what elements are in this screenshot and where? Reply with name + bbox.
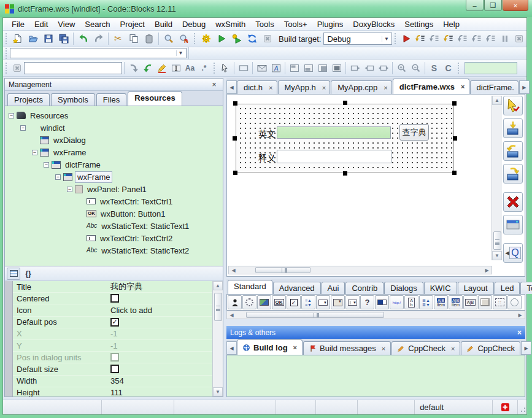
property-row-default-pos[interactable]: Default pos ✓ — [13, 317, 212, 328]
scope-select[interactable]: ▼ — [10, 48, 187, 58]
selection-handle[interactable] — [452, 171, 457, 175]
dotted-circle-icon[interactable] — [242, 295, 256, 309]
palette-tab-standard[interactable]: Standard — [228, 280, 272, 294]
palette-scrollbar[interactable]: ◀ ▶ — [226, 311, 525, 319]
dropdown-box-icon[interactable]: ▼ — [316, 295, 330, 309]
tree-item-statictext1[interactable]: Abc wxStaticText: StaticText1 — [5, 220, 223, 232]
tree-item-wxpanel[interactable]: − wxPanel: Panel1 — [5, 183, 223, 195]
cut-button[interactable]: ✂ — [110, 31, 126, 46]
tab-build-log[interactable]: Build log × — [237, 339, 303, 355]
tree-item-wxdialog[interactable]: wxDialog — [5, 134, 223, 146]
expand-left-icon[interactable] — [362, 61, 376, 75]
toolbar-grip[interactable] — [393, 33, 398, 44]
next-line-button[interactable] — [427, 31, 441, 46]
property-row-height[interactable]: Height 111 — [13, 387, 212, 397]
menu-wxsmith[interactable]: wxSmith — [210, 18, 250, 30]
search-prev-button[interactable] — [126, 61, 141, 75]
stop-debugger-button[interactable] — [512, 31, 526, 46]
insert-after-button[interactable] — [503, 164, 523, 184]
scroll-left-icon[interactable]: ◀ — [227, 312, 236, 318]
selection-handle[interactable] — [233, 136, 237, 141]
tabs-scroll-left-button[interactable]: ◀ — [226, 341, 237, 355]
centered-checkbox[interactable] — [110, 294, 119, 303]
match-case-button[interactable]: Aa — [183, 61, 197, 75]
tree-item-dictframe[interactable]: − dictFrame — [5, 158, 223, 171]
tab-projects[interactable]: Projects — [7, 93, 50, 106]
property-row-pos-dialog-units[interactable]: Pos in dialog units — [13, 352, 212, 363]
toolbar-grip[interactable] — [212, 63, 217, 74]
close-tab-icon[interactable]: × — [384, 84, 387, 91]
search-next-button[interactable] — [141, 61, 155, 75]
tab-build-messages[interactable]: Build messages × — [303, 341, 391, 355]
menu-settings[interactable]: Settings — [399, 18, 438, 30]
tab-cppcheck-2[interactable]: CppCheck — [461, 341, 520, 355]
dropdown-panel-icon[interactable]: ▼ — [331, 295, 345, 309]
tab-myapp-cpp[interactable]: MyApp.cpp × — [331, 80, 391, 94]
zoom-out-button[interactable] — [409, 61, 423, 75]
property-row-default-size[interactable]: Default size — [13, 363, 212, 375]
toolbar-grip[interactable] — [193, 33, 197, 44]
tabs-scroll-left-button[interactable]: ◀ — [226, 80, 237, 94]
selection-handle[interactable] — [453, 136, 457, 141]
tab-symbols[interactable]: Symbols — [51, 93, 95, 106]
selection-handle[interactable] — [233, 171, 237, 175]
selection-handle[interactable] — [233, 101, 237, 106]
next-instruction-button[interactable] — [469, 31, 484, 46]
menu-doxyblocks[interactable]: DoxyBlocks — [348, 18, 399, 30]
step-into-instruction-button[interactable] — [484, 31, 498, 46]
pointer-mode-button[interactable] — [503, 96, 523, 115]
tab-dictframe-clipped[interactable]: dictFrame. — [470, 80, 519, 94]
menu-tools-plus[interactable]: Tools+ — [279, 18, 312, 30]
ab-item-2-icon[interactable]: A|Bitem — [449, 295, 463, 309]
tree-item-button1[interactable]: OK wxButton: Button1 — [5, 207, 223, 220]
scrollbar-thumb[interactable] — [214, 293, 222, 321]
incremental-search-input[interactable] — [24, 62, 122, 74]
wxsmith-designer-canvas[interactable]: 英文 查字典 释义 ▲ ▼ — [226, 94, 525, 277]
tree-item-resources[interactable]: − Resources — [5, 109, 223, 122]
ab-list-icon[interactable]: Ab — [404, 295, 418, 309]
tabs-scroll-right-button[interactable]: ▶ — [519, 80, 530, 94]
debug-continue-button[interactable] — [399, 31, 413, 46]
menu-view[interactable]: View — [53, 18, 80, 30]
envelope-icon[interactable] — [255, 61, 269, 75]
palette-tab-layout[interactable]: Layout — [458, 282, 494, 294]
toolbar-grip[interactable] — [4, 33, 9, 44]
regex-button[interactable]: .* — [197, 61, 211, 75]
clear-search-icon[interactable] — [10, 61, 24, 75]
insert-before-button[interactable] — [503, 141, 523, 161]
error-indicator-icon[interactable]: ✚ — [501, 403, 509, 411]
undo-button[interactable] — [75, 31, 91, 46]
property-row-title[interactable]: Title 我的字典 — [13, 281, 212, 293]
tree-item-textctrl2[interactable]: wxTextCtrl: TextCtrl2 — [5, 232, 223, 244]
property-grid-view-button[interactable] — [7, 268, 20, 280]
abort-build-button[interactable] — [260, 31, 275, 46]
property-row-width[interactable]: Width 354 — [13, 376, 212, 387]
menu-help[interactable]: Help — [438, 18, 465, 30]
textctrl-meaning[interactable] — [277, 150, 392, 163]
collapse-icon[interactable]: − — [32, 150, 37, 155]
close-tab-icon[interactable]: × — [293, 344, 297, 351]
selection-handle[interactable] — [343, 171, 347, 176]
scrollbar-thumb[interactable] — [255, 267, 310, 273]
arrow-list-icon[interactable]: ≣▲≣▼ — [419, 295, 433, 309]
step-into-button[interactable] — [441, 31, 455, 46]
property-row-y[interactable]: Y -1 — [13, 340, 212, 352]
scrollbar-thumb[interactable] — [246, 312, 384, 318]
textctrl-english-selected[interactable] — [277, 126, 391, 139]
palette-tab-aui[interactable]: Aui — [322, 282, 345, 294]
close-tab-icon[interactable]: × — [451, 345, 455, 352]
selected-text-only-button[interactable] — [169, 61, 183, 75]
collapse-icon[interactable]: − — [9, 113, 14, 118]
palette-tab-tools[interactable]: Tools — [520, 282, 532, 294]
layout-box-icon-2[interactable] — [301, 61, 315, 75]
close-button[interactable]: × — [503, 0, 528, 11]
copy-button[interactable] — [126, 31, 141, 46]
build-and-run-button[interactable] — [229, 31, 244, 46]
collapse-icon[interactable]: − — [44, 162, 49, 168]
close-panel-icon[interactable]: × — [517, 328, 522, 337]
property-row-icon[interactable]: Icon Click to add — [13, 304, 212, 316]
close-tab-icon[interactable]: × — [461, 83, 465, 90]
tabs-scroll-right-button[interactable]: ▶ — [521, 341, 531, 355]
statictext-english[interactable]: 英文 — [258, 129, 276, 140]
menu-tools[interactable]: Tools — [250, 18, 279, 30]
